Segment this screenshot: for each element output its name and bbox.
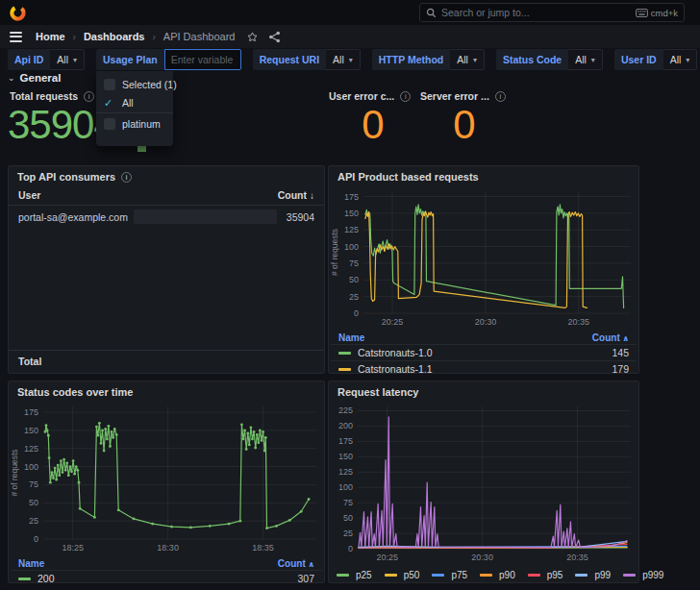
svg-text:20:35: 20:35: [567, 317, 589, 327]
usage-plan-dropdown: Selected (1) ✓ All platinum: [96, 71, 173, 146]
panel-title[interactable]: API Product based requests: [329, 166, 638, 185]
sort-desc-icon: ↓: [310, 190, 314, 201]
chevron-down-icon: ▾: [473, 56, 477, 64]
info-icon[interactable]: i: [84, 91, 94, 102]
panel-title[interactable]: Status codes over time: [9, 381, 324, 401]
info-icon[interactable]: i: [495, 91, 506, 102]
info-icon[interactable]: i: [121, 172, 132, 183]
variable-value-dropdown[interactable]: All▾: [450, 49, 485, 70]
sort-asc-icon: ∧: [309, 560, 315, 569]
variable-http-method: HTTP Method All▾: [372, 49, 485, 70]
legend-item[interactable]: p25: [337, 570, 372, 580]
svg-text:75: 75: [343, 498, 353, 507]
variable-label: Api ID: [8, 49, 50, 70]
stat-title: Total requests: [10, 90, 78, 102]
grafana-logo[interactable]: [10, 5, 26, 21]
svg-text:50: 50: [349, 275, 359, 284]
usage-plan-input[interactable]: [164, 49, 241, 70]
legend-item[interactable]: p50: [385, 570, 420, 580]
checkbox-icon[interactable]: [104, 79, 115, 90]
svg-text:18:35: 18:35: [252, 543, 274, 553]
variable-value-dropdown[interactable]: All▾: [326, 49, 361, 70]
search-input[interactable]: [441, 7, 631, 18]
legend-item[interactable]: 200 307: [11, 570, 322, 586]
stat-value: 0: [327, 104, 418, 146]
variable-value-dropdown[interactable]: All▾: [50, 49, 85, 70]
share-icon[interactable]: [268, 31, 281, 43]
svg-text:175: 175: [344, 192, 359, 202]
legend-item[interactable]: p95: [528, 570, 563, 580]
variable-status-code: Status Code All▾: [496, 49, 603, 70]
legend-header-name[interactable]: Name: [338, 332, 364, 343]
legend-item[interactable]: p999: [623, 570, 663, 580]
legend-item[interactable]: Catstronauts-1.0 145: [331, 344, 637, 360]
chevron-right-icon: ›: [152, 32, 155, 42]
keyboard-shortcut: cmd+k: [636, 8, 678, 18]
legend-item[interactable]: p75: [432, 570, 467, 580]
search-icon: [426, 8, 437, 18]
panel-title[interactable]: Top API consumers i: [9, 166, 324, 185]
svg-text:18:30: 18:30: [157, 543, 179, 553]
chevron-down-icon: ▾: [349, 56, 353, 64]
variables-bar: Api ID All▾ Usage Plan Selected (1) ✓ Al…: [0, 48, 700, 71]
svg-text:20:25: 20:25: [376, 553, 398, 562]
checkbox-icon[interactable]: [104, 118, 115, 130]
svg-text:0: 0: [354, 308, 359, 318]
legend-item[interactable]: p99: [575, 570, 611, 580]
dropdown-option-all[interactable]: ✓ All: [96, 93, 173, 111]
series-color-swatch: [528, 574, 540, 577]
svg-text:225: 225: [338, 406, 353, 415]
column-header-count[interactable]: Count↓: [278, 189, 314, 201]
grafana-dashboard: cmd+k Home › Dashboards › API Dashboard …: [0, 0, 700, 590]
breadcrumb-dashboards[interactable]: Dashboards: [84, 31, 145, 42]
svg-text:20:25: 20:25: [382, 317, 404, 327]
top-bar: cmd+k: [0, 0, 700, 25]
variable-label: Usage Plan: [96, 49, 164, 70]
panel-status-codes: Status codes over time 02550751001251501…: [8, 381, 325, 583]
keyboard-icon: [636, 9, 648, 17]
section-title: General: [20, 72, 62, 84]
legend-header-count[interactable]: Count ∧: [592, 332, 629, 343]
variable-value-dropdown[interactable]: All▾: [568, 49, 603, 70]
series-color-swatch: [18, 578, 31, 580]
dropdown-option-platinum[interactable]: platinum: [96, 114, 173, 133]
dropdown-option-selected[interactable]: Selected (1): [96, 75, 173, 93]
time-series-chart[interactable]: 025507510012515017520022520:2520:3020:35: [329, 401, 638, 567]
divider: [96, 112, 173, 113]
variable-label: HTTP Method: [372, 49, 450, 70]
menu-icon[interactable]: [10, 32, 22, 42]
variable-label: Status Code: [496, 49, 568, 70]
breadcrumb-home[interactable]: Home: [36, 31, 65, 42]
svg-text:75: 75: [29, 479, 38, 489]
checkmark-icon[interactable]: ✓: [104, 97, 115, 109]
legend-item[interactable]: p90: [480, 570, 515, 580]
variable-value-dropdown[interactable]: All▾: [663, 49, 698, 70]
svg-text:125: 125: [344, 225, 359, 234]
series-color-swatch: [338, 352, 351, 355]
legend-header-name[interactable]: Name: [18, 558, 44, 569]
svg-text:# of requests: # of requests: [330, 229, 339, 276]
table-row[interactable]: portal-sa@example.com 35904: [9, 206, 324, 228]
svg-text:50: 50: [29, 498, 38, 507]
info-icon[interactable]: i: [400, 91, 411, 102]
svg-text:100: 100: [344, 242, 359, 252]
svg-text:125: 125: [24, 444, 38, 454]
series-color-swatch: [337, 574, 349, 577]
legend-header-count[interactable]: Count ∧: [278, 558, 314, 569]
column-header-user[interactable]: User: [18, 189, 40, 201]
legend-item[interactable]: Catstronauts-1.1 179: [331, 360, 637, 377]
stat-title: Server error ...: [420, 90, 489, 102]
stat-value: 35904: [8, 104, 104, 146]
series-color-swatch: [385, 574, 397, 577]
star-icon[interactable]: [246, 31, 259, 43]
stat-user-errors: User error c... i 0: [327, 88, 418, 160]
user-cell: portal-sa@example.com: [18, 211, 132, 223]
svg-text:# of requests: # of requests: [10, 449, 19, 496]
chevron-right-icon: ›: [73, 32, 76, 42]
time-series-chart[interactable]: 025507510012515017518:2518:3018:35# of r…: [9, 401, 324, 557]
panel-title[interactable]: Request latency: [329, 381, 638, 401]
section-general[interactable]: ⌄ General: [8, 69, 61, 86]
series-color-swatch: [480, 574, 492, 577]
sort-asc-icon: ∧: [623, 334, 630, 343]
time-series-chart[interactable]: 025507510012515017520:2520:3020:35# of r…: [329, 185, 638, 332]
